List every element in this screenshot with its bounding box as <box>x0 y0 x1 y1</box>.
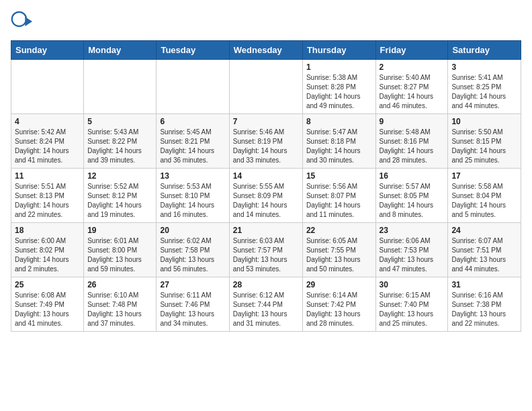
day-info: Sunrise: 6:15 AM Sunset: 7:40 PM Dayligh… <box>380 291 445 328</box>
day-info: Sunrise: 5:43 AM Sunset: 8:22 PM Dayligh… <box>87 128 152 165</box>
day-number: 1 <box>306 62 372 72</box>
day-info: Sunrise: 5:40 AM Sunset: 8:27 PM Dayligh… <box>380 73 445 111</box>
day-number: 11 <box>15 171 80 181</box>
calendar-cell: 24Sunrise: 6:07 AM Sunset: 7:51 PM Dayli… <box>448 223 521 277</box>
calendar-cell: 26Sunrise: 6:10 AM Sunset: 7:48 PM Dayli… <box>84 277 157 332</box>
day-number: 8 <box>306 117 372 126</box>
day-number: 15 <box>306 171 372 181</box>
day-info: Sunrise: 6:00 AM Sunset: 8:02 PM Dayligh… <box>15 236 80 274</box>
calendar-cell: 21Sunrise: 6:03 AM Sunset: 7:57 PM Dayli… <box>229 223 302 277</box>
calendar-week-row: 1Sunrise: 5:38 AM Sunset: 8:28 PM Daylig… <box>11 60 521 114</box>
calendar-cell <box>84 60 157 114</box>
calendar-week-row: 25Sunrise: 6:08 AM Sunset: 7:49 PM Dayli… <box>11 277 521 332</box>
day-number: 5 <box>87 117 152 126</box>
day-number: 25 <box>15 280 80 289</box>
day-number: 7 <box>233 117 299 126</box>
calendar-cell: 18Sunrise: 6:00 AM Sunset: 8:02 PM Dayli… <box>11 223 84 277</box>
day-number: 16 <box>380 171 445 181</box>
day-info: Sunrise: 6:14 AM Sunset: 7:42 PM Dayligh… <box>306 291 372 328</box>
day-number: 23 <box>380 226 445 235</box>
calendar-cell: 2Sunrise: 5:40 AM Sunset: 8:27 PM Daylig… <box>375 60 448 114</box>
day-info: Sunrise: 5:45 AM Sunset: 8:21 PM Dayligh… <box>160 128 225 165</box>
day-number: 12 <box>87 171 152 181</box>
day-number: 24 <box>451 226 517 235</box>
calendar-cell: 27Sunrise: 6:11 AM Sunset: 7:46 PM Dayli… <box>157 277 229 332</box>
day-number: 17 <box>451 171 517 181</box>
day-number: 6 <box>160 117 225 126</box>
day-info: Sunrise: 6:03 AM Sunset: 7:57 PM Dayligh… <box>233 236 299 274</box>
calendar-cell: 12Sunrise: 5:52 AM Sunset: 8:12 PM Dayli… <box>84 169 157 223</box>
day-info: Sunrise: 5:53 AM Sunset: 8:10 PM Dayligh… <box>160 182 225 220</box>
day-number: 30 <box>380 280 445 289</box>
day-number: 21 <box>233 226 299 235</box>
calendar-cell: 13Sunrise: 5:53 AM Sunset: 8:10 PM Dayli… <box>157 169 229 223</box>
day-info: Sunrise: 6:06 AM Sunset: 7:53 PM Dayligh… <box>380 236 445 274</box>
calendar-cell: 28Sunrise: 6:12 AM Sunset: 7:44 PM Dayli… <box>229 277 302 332</box>
calendar-cell: 20Sunrise: 6:02 AM Sunset: 7:58 PM Dayli… <box>157 223 229 277</box>
calendar-header-row: SundayMondayTuesdayWednesdayThursdayFrid… <box>11 41 521 60</box>
day-number: 18 <box>15 226 80 235</box>
calendar-table: SundayMondayTuesdayWednesdayThursdayFrid… <box>11 40 521 332</box>
calendar-cell <box>157 60 229 114</box>
day-info: Sunrise: 6:01 AM Sunset: 8:00 PM Dayligh… <box>87 236 152 274</box>
day-number: 9 <box>380 117 445 126</box>
calendar-cell: 14Sunrise: 5:55 AM Sunset: 8:09 PM Dayli… <box>229 169 302 223</box>
day-info: Sunrise: 5:57 AM Sunset: 8:05 PM Dayligh… <box>380 182 445 220</box>
day-info: Sunrise: 5:56 AM Sunset: 8:07 PM Dayligh… <box>306 182 372 220</box>
calendar-cell: 8Sunrise: 5:47 AM Sunset: 8:18 PM Daylig… <box>302 114 375 169</box>
day-number: 14 <box>233 171 299 181</box>
calendar-cell: 22Sunrise: 6:05 AM Sunset: 7:55 PM Dayli… <box>302 223 375 277</box>
calendar-cell: 29Sunrise: 6:14 AM Sunset: 7:42 PM Dayli… <box>302 277 375 332</box>
day-info: Sunrise: 6:11 AM Sunset: 7:46 PM Dayligh… <box>160 291 225 328</box>
day-of-week-header: Thursday <box>302 41 375 60</box>
calendar-cell: 11Sunrise: 5:51 AM Sunset: 8:13 PM Dayli… <box>11 169 84 223</box>
logo-icon <box>11 11 32 32</box>
day-of-week-header: Friday <box>375 41 448 60</box>
day-number: 26 <box>87 280 152 289</box>
calendar-cell: 25Sunrise: 6:08 AM Sunset: 7:49 PM Dayli… <box>11 277 84 332</box>
day-info: Sunrise: 5:55 AM Sunset: 8:09 PM Dayligh… <box>233 182 299 220</box>
day-number: 10 <box>451 117 517 126</box>
calendar-cell: 6Sunrise: 5:45 AM Sunset: 8:21 PM Daylig… <box>157 114 229 169</box>
calendar-week-row: 18Sunrise: 6:00 AM Sunset: 8:02 PM Dayli… <box>11 223 521 277</box>
calendar-cell: 9Sunrise: 5:48 AM Sunset: 8:16 PM Daylig… <box>375 114 448 169</box>
day-info: Sunrise: 5:47 AM Sunset: 8:18 PM Dayligh… <box>306 128 372 165</box>
day-number: 29 <box>306 280 372 289</box>
day-number: 31 <box>451 280 517 289</box>
day-info: Sunrise: 6:16 AM Sunset: 7:38 PM Dayligh… <box>451 291 517 328</box>
calendar-cell: 4Sunrise: 5:42 AM Sunset: 8:24 PM Daylig… <box>11 114 84 169</box>
calendar-cell: 5Sunrise: 5:43 AM Sunset: 8:22 PM Daylig… <box>84 114 157 169</box>
day-info: Sunrise: 5:42 AM Sunset: 8:24 PM Dayligh… <box>15 128 80 165</box>
day-info: Sunrise: 6:08 AM Sunset: 7:49 PM Dayligh… <box>15 291 80 328</box>
calendar-cell: 10Sunrise: 5:50 AM Sunset: 8:15 PM Dayli… <box>448 114 521 169</box>
calendar-cell: 30Sunrise: 6:15 AM Sunset: 7:40 PM Dayli… <box>375 277 448 332</box>
day-info: Sunrise: 5:50 AM Sunset: 8:15 PM Dayligh… <box>451 128 517 165</box>
day-of-week-header: Saturday <box>448 41 521 60</box>
calendar-cell: 19Sunrise: 6:01 AM Sunset: 8:00 PM Dayli… <box>84 223 157 277</box>
calendar-cell: 23Sunrise: 6:06 AM Sunset: 7:53 PM Dayli… <box>375 223 448 277</box>
day-of-week-header: Tuesday <box>157 41 229 60</box>
day-of-week-header: Monday <box>84 41 157 60</box>
day-number: 3 <box>451 62 517 72</box>
calendar-week-row: 11Sunrise: 5:51 AM Sunset: 8:13 PM Dayli… <box>11 169 521 223</box>
day-info: Sunrise: 6:02 AM Sunset: 7:58 PM Dayligh… <box>160 236 225 274</box>
day-info: Sunrise: 6:07 AM Sunset: 7:51 PM Dayligh… <box>451 236 517 274</box>
svg-point-0 <box>12 12 26 26</box>
calendar-cell: 16Sunrise: 5:57 AM Sunset: 8:05 PM Dayli… <box>375 169 448 223</box>
day-info: Sunrise: 5:52 AM Sunset: 8:12 PM Dayligh… <box>87 182 152 220</box>
day-info: Sunrise: 5:41 AM Sunset: 8:25 PM Dayligh… <box>451 73 517 111</box>
day-number: 13 <box>160 171 225 181</box>
calendar-cell: 17Sunrise: 5:58 AM Sunset: 8:04 PM Dayli… <box>448 169 521 223</box>
logo <box>11 11 35 32</box>
calendar-cell <box>229 60 302 114</box>
svg-marker-1 <box>25 17 32 26</box>
calendar-cell: 7Sunrise: 5:46 AM Sunset: 8:19 PM Daylig… <box>229 114 302 169</box>
day-number: 2 <box>380 62 445 72</box>
day-number: 28 <box>233 280 299 289</box>
calendar-cell: 15Sunrise: 5:56 AM Sunset: 8:07 PM Dayli… <box>302 169 375 223</box>
day-number: 20 <box>160 226 225 235</box>
day-number: 27 <box>160 280 225 289</box>
day-of-week-header: Wednesday <box>229 41 302 60</box>
day-info: Sunrise: 5:48 AM Sunset: 8:16 PM Dayligh… <box>380 128 445 165</box>
calendar-cell: 31Sunrise: 6:16 AM Sunset: 7:38 PM Dayli… <box>448 277 521 332</box>
